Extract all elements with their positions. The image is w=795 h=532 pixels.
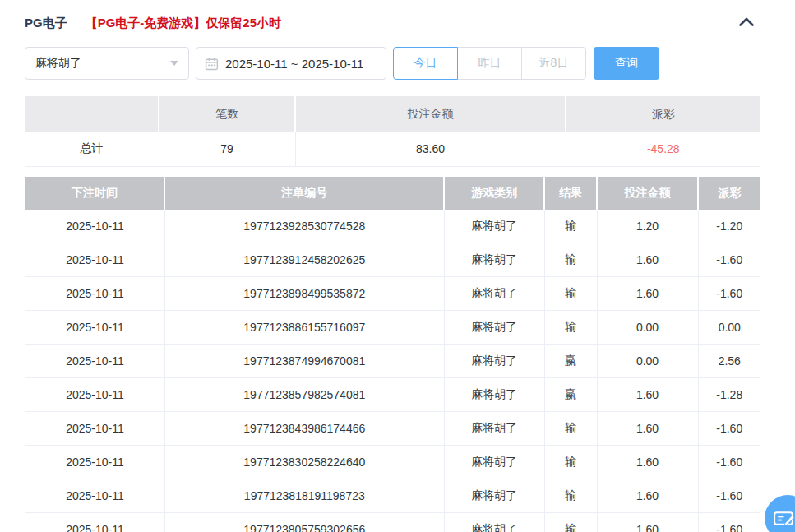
cell-payout: 0.00	[698, 311, 760, 345]
panel-header: PG电子 【PG电子-免费游戏】仅保留25小时	[25, 15, 760, 31]
date-range-input[interactable]: 2025-10-11 ~ 2025-10-11	[196, 47, 386, 80]
cell-order-number: 1977123830258224640	[164, 446, 444, 479]
header-order-number: 注单编号	[164, 177, 444, 210]
cell-bet-time: 2025-10-11	[25, 412, 165, 446]
record-row: 2025-10-111977123857982574081麻将胡了赢1.60-1…	[25, 378, 761, 412]
cell-game-type: 麻将胡了	[444, 479, 544, 513]
cell-bet-time: 2025-10-11	[25, 378, 165, 412]
collapse-panel-button[interactable]	[738, 16, 755, 27]
cell-game-type: 麻将胡了	[444, 345, 544, 378]
summary-header-row: 笔数 投注金额 派彩	[25, 96, 760, 132]
cell-result: 输	[544, 277, 597, 311]
cell-result: 输	[544, 210, 597, 243]
bet-records-table: 下注时间 注单编号 游戏类别 结果 投注金额 派彩 2025-10-111977…	[25, 177, 760, 532]
records-body: 2025-10-111977123928530774528麻将胡了输1.20-1…	[25, 210, 761, 532]
record-row: 2025-10-111977123805759302656麻将胡了输1.60-1…	[25, 513, 761, 532]
record-row: 2025-10-111977123830258224640麻将胡了输1.60-1…	[25, 446, 761, 479]
cell-result: 输	[544, 446, 597, 479]
cell-order-number: 1977123912458202625	[164, 243, 444, 277]
cell-bet-amount: 1.20	[597, 210, 698, 243]
summary-bet-amount-value: 83.60	[295, 132, 566, 167]
cell-order-number: 1977123898499535872	[164, 277, 444, 311]
cell-order-number: 1977123874994670081	[164, 345, 444, 378]
record-row: 2025-10-111977123912458202625麻将胡了输1.60-1…	[25, 243, 761, 277]
cell-result: 输	[544, 243, 597, 277]
summary-table: 笔数 投注金额 派彩 总计 79 83.60 -45.28	[25, 96, 760, 167]
cell-bet-time: 2025-10-11	[25, 210, 165, 243]
cell-game-type: 麻将胡了	[444, 210, 544, 243]
summary-total-row: 总计 79 83.60 -45.28	[25, 132, 760, 167]
summary-total-label: 总计	[25, 132, 159, 167]
header-game-type: 游戏类别	[444, 177, 544, 210]
cell-bet-time: 2025-10-11	[25, 446, 165, 479]
chevron-up-icon	[738, 16, 755, 27]
pg-records-panel: PG电子 【PG电子-免费游戏】仅保留25小时 麻将胡了 2025-10-11 …	[0, 0, 760, 532]
query-button[interactable]: 查询	[594, 47, 659, 80]
cell-game-type: 麻将胡了	[444, 243, 544, 277]
summary-header-empty	[25, 96, 159, 132]
cell-payout: -1.20	[698, 210, 760, 243]
header-payout: 派彩	[698, 177, 760, 210]
header-bet-amount: 投注金额	[597, 177, 698, 210]
cell-game-type: 麻将胡了	[444, 412, 544, 446]
cell-payout: -1.60	[698, 446, 760, 479]
cell-result: 输	[544, 479, 597, 513]
game-select[interactable]: 麻将胡了	[25, 47, 189, 80]
cell-bet-amount: 0.00	[597, 345, 698, 378]
game-select-value: 麻将胡了	[35, 56, 81, 71]
cell-bet-time: 2025-10-11	[25, 479, 165, 513]
header-result: 结果	[544, 177, 597, 210]
summary-header-count: 笔数	[159, 96, 295, 132]
cell-payout: -1.60	[698, 412, 760, 446]
quick-range-last8days-button[interactable]: 近8日	[521, 47, 586, 80]
calendar-icon	[205, 57, 219, 71]
record-row: 2025-10-111977123818191198723麻将胡了输1.60-1…	[25, 479, 761, 513]
cell-payout: -1.28	[698, 378, 760, 412]
quick-range-group: 今日 昨日 近8日	[393, 47, 586, 80]
cell-payout: -1.60	[698, 479, 760, 513]
cell-bet-time: 2025-10-11	[25, 513, 165, 532]
record-row: 2025-10-111977123886155716097麻将胡了输0.000.…	[25, 311, 761, 345]
summary-payout-value: -45.28	[566, 132, 760, 167]
cell-order-number: 1977123928530774528	[164, 210, 444, 243]
cell-game-type: 麻将胡了	[444, 277, 544, 311]
feedback-fab-button[interactable]	[765, 495, 795, 532]
cell-result: 输	[544, 412, 597, 446]
date-range-value: 2025-10-11 ~ 2025-10-11	[225, 57, 363, 71]
form-edit-icon	[773, 507, 795, 530]
cell-order-number: 1977123857982574081	[164, 378, 444, 412]
cell-payout: -1.60	[698, 243, 760, 277]
cell-order-number: 1977123843986174466	[164, 412, 444, 446]
cell-payout: 2.56	[698, 345, 760, 378]
cell-bet-amount: 1.60	[597, 446, 698, 479]
cell-bet-time: 2025-10-11	[25, 311, 165, 345]
cell-game-type: 麻将胡了	[444, 311, 544, 345]
panel-title: PG电子	[25, 16, 67, 31]
cell-game-type: 麻将胡了	[444, 513, 544, 532]
summary-header-payout: 派彩	[566, 96, 760, 132]
chevron-down-icon	[170, 61, 178, 66]
cell-result: 赢	[544, 378, 597, 412]
cell-bet-amount: 0.00	[597, 311, 698, 345]
cell-payout: -1.60	[698, 277, 760, 311]
cell-bet-amount: 1.60	[597, 479, 698, 513]
header-bet-time: 下注时间	[25, 177, 165, 210]
quick-range-today-button[interactable]: 今日	[393, 47, 458, 80]
summary-count-value: 79	[159, 132, 295, 167]
cell-bet-time: 2025-10-11	[25, 243, 165, 277]
cell-payout: -1.60	[698, 513, 760, 532]
cell-order-number: 1977123805759302656	[164, 513, 444, 532]
filter-toolbar: 麻将胡了 2025-10-11 ~ 2025-10-11 今日 昨日 近8日 查…	[25, 47, 760, 80]
cell-order-number: 1977123818191198723	[164, 479, 444, 513]
cell-bet-amount: 1.60	[597, 513, 698, 532]
records-header-row: 下注时间 注单编号 游戏类别 结果 投注金额 派彩	[25, 177, 761, 210]
record-row: 2025-10-111977123898499535872麻将胡了输1.60-1…	[25, 277, 761, 311]
cell-game-type: 麻将胡了	[444, 446, 544, 479]
cell-bet-amount: 1.60	[597, 378, 698, 412]
cell-bet-time: 2025-10-11	[25, 345, 165, 378]
quick-range-yesterday-button[interactable]: 昨日	[457, 47, 522, 80]
cell-result: 输	[544, 513, 597, 532]
cell-game-type: 麻将胡了	[444, 378, 544, 412]
cell-bet-time: 2025-10-11	[25, 277, 165, 311]
cell-order-number: 1977123886155716097	[164, 311, 444, 345]
